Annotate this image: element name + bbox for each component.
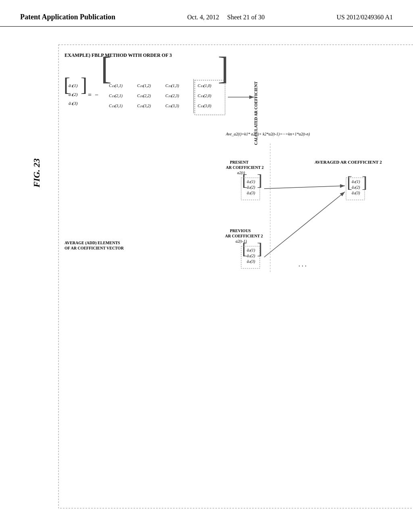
svg-text:C₂₃(3,0): C₂₃(3,0) bbox=[198, 104, 212, 108]
svg-text:C₂₃(2,1): C₂₃(2,1) bbox=[109, 94, 123, 98]
publication-date: Oct. 4, 2012 bbox=[187, 14, 219, 21]
svg-text:â₂(3): â₂(3) bbox=[352, 191, 360, 195]
main-diagram-svg: EXAMPLE) FBLP METHOD WITH ORDER OF 3 [ â… bbox=[56, 43, 413, 532]
svg-text:AVERAGED AR COEFFICIENT 2: AVERAGED AR COEFFICIENT 2 bbox=[315, 160, 382, 164]
svg-text:C₂₃(2,0): C₂₃(2,0) bbox=[198, 94, 212, 98]
svg-text:C₂₃(1,0): C₂₃(1,0) bbox=[198, 83, 212, 88]
svg-text:C₂₃(3,3): C₂₃(3,3) bbox=[165, 104, 179, 108]
svg-text:â₂(2): â₂(2) bbox=[247, 185, 255, 190]
svg-text:PREVIOUS: PREVIOUS bbox=[230, 229, 251, 233]
svg-text:AVERAGE (ADD) ELEMENTS: AVERAGE (ADD) ELEMENTS bbox=[65, 241, 120, 245]
svg-text:C₂₃(2,2): C₂₃(2,2) bbox=[137, 94, 151, 98]
svg-text:AR COEFFICIENT 2: AR COEFFICIENT 2 bbox=[225, 234, 263, 238]
svg-text:C₂₃(3,2): C₂₃(3,2) bbox=[137, 104, 151, 108]
svg-text:[: [ bbox=[101, 50, 112, 86]
svg-text:â₂(3): â₂(3) bbox=[247, 191, 255, 195]
page-header: Patent Application Publication Oct. 4, 2… bbox=[0, 0, 413, 27]
page-content: FIG. 23 EXAMPLE) FBLP METHOD WITH ORDER … bbox=[0, 27, 413, 532]
svg-text:â₃(1): â₃(1) bbox=[69, 83, 78, 88]
publication-title: Patent Application Publication bbox=[20, 12, 115, 22]
svg-text:]: ] bbox=[81, 74, 87, 95]
svg-text:â₂(1): â₂(1) bbox=[247, 179, 255, 184]
svg-text:C₂₃(1,2): C₂₃(1,2) bbox=[137, 83, 151, 88]
svg-text:â₃(3): â₃(3) bbox=[69, 101, 78, 106]
svg-text:]: ] bbox=[218, 50, 229, 86]
svg-text:C₂₃(1,3): C₂₃(1,3) bbox=[165, 83, 179, 88]
svg-text:Ave_a2(t)=k1* a2(t)+ k2*a2(t-1: Ave_a2(t)=k1* a2(t)+ k2*a2(t-1)+···+kn+1… bbox=[225, 132, 310, 137]
svg-text:â₂(1): â₂(1) bbox=[352, 179, 360, 184]
patent-number: US 2012/0249360 A1 bbox=[336, 12, 393, 21]
svg-text:−: − bbox=[95, 91, 98, 98]
figure-label: FIG. 23 bbox=[31, 158, 42, 187]
diagram-area: EXAMPLE) FBLP METHOD WITH ORDER OF 3 [ â… bbox=[56, 43, 393, 532]
svg-line-55 bbox=[264, 192, 345, 257]
svg-text:C₂₃(3,1): C₂₃(3,1) bbox=[109, 104, 123, 108]
svg-text:â₂(2): â₂(2) bbox=[352, 185, 360, 190]
svg-text:=: = bbox=[88, 91, 92, 98]
svg-text:â₂(3): â₂(3) bbox=[247, 259, 255, 264]
svg-text:PRESENT: PRESENT bbox=[230, 160, 248, 164]
svg-text:â₂(2): â₂(2) bbox=[247, 254, 255, 258]
svg-text:AR COEFFICIENT 2: AR COEFFICIENT 2 bbox=[226, 165, 264, 170]
svg-text:· · ·: · · · bbox=[298, 263, 307, 270]
svg-line-54 bbox=[264, 186, 345, 189]
publication-date-sheet: Oct. 4, 2012 Sheet 21 of 30 bbox=[187, 12, 265, 21]
svg-text:OF AR COEFFICIENT VECTOR: OF AR COEFFICIENT VECTOR bbox=[65, 246, 124, 250]
svg-text:â₃(2): â₃(2) bbox=[69, 92, 78, 97]
svg-text:C₂₃(2,3): C₂₃(2,3) bbox=[165, 94, 179, 98]
diagram-title: EXAMPLE) FBLP METHOD WITH ORDER OF 3 bbox=[65, 52, 172, 58]
svg-text:â₂(1): â₂(1) bbox=[247, 248, 255, 253]
svg-rect-0 bbox=[58, 45, 413, 508]
svg-text:C₂₃(1,1): C₂₃(1,1) bbox=[109, 83, 123, 88]
sheet-info: Sheet 21 of 30 bbox=[227, 14, 265, 21]
